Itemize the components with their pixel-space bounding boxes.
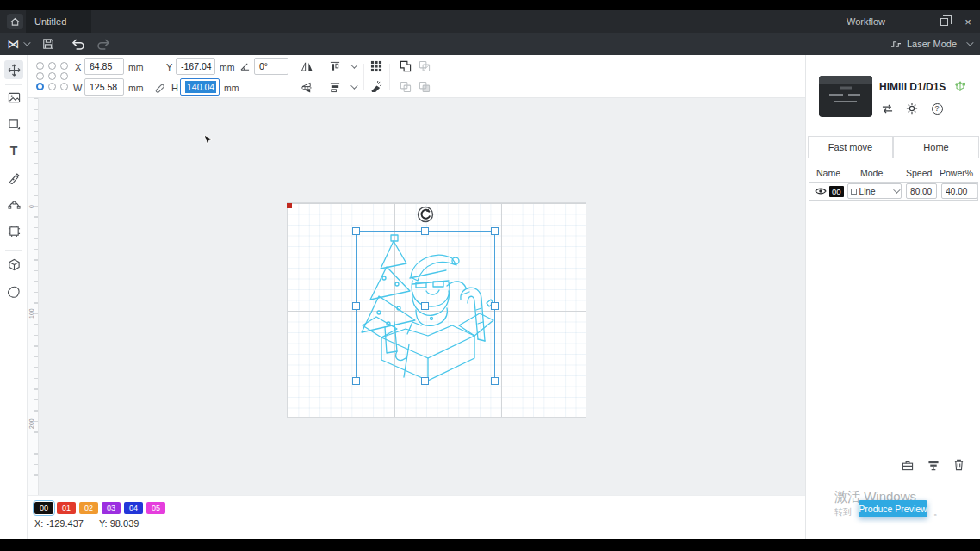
home-button-machine[interactable]: Home — [893, 136, 979, 158]
minimize-button[interactable] — [908, 10, 932, 33]
document-tab[interactable]: Untitled — [26, 10, 91, 33]
redo-button[interactable] — [95, 36, 112, 52]
swatch-03[interactable]: 03 — [102, 502, 121, 514]
device-name: HiMill D1/D1S — [879, 81, 946, 93]
text-tool[interactable]: T — [4, 141, 23, 160]
y-input[interactable]: -167.04 — [176, 58, 215, 75]
boolean-intersect-button[interactable] — [398, 79, 413, 95]
delete-layer-button[interactable] — [953, 459, 964, 474]
menu-bar: ⋈ Laser Mode — [0, 33, 980, 55]
move-tool[interactable] — [4, 60, 23, 79]
anchor-mid-left[interactable] — [36, 72, 44, 80]
anchor-mid-right[interactable] — [60, 72, 68, 80]
workflow-label[interactable]: Workflow — [847, 10, 885, 33]
home-button[interactable] — [7, 14, 23, 29]
device-settings-button[interactable] — [905, 102, 919, 115]
laser-mode-label: Laser Mode — [907, 39, 957, 49]
selection-handle-top-left[interactable] — [352, 227, 360, 235]
anchor-bottom-center[interactable] — [48, 83, 56, 90]
flip-horizontal-button[interactable] — [299, 59, 314, 74]
anchor-point-selector[interactable] — [36, 62, 72, 93]
close-button[interactable]: × — [956, 10, 980, 33]
chevron-down-icon[interactable] — [350, 61, 357, 68]
anchor-top-center[interactable] — [48, 62, 56, 70]
mouse-cursor — [203, 134, 214, 148]
swatch-01[interactable]: 01 — [57, 502, 76, 514]
lock-ratio-link-icon[interactable] — [151, 79, 166, 95]
layer-speed-input[interactable]: 80.00 — [906, 183, 937, 199]
close-icon: × — [964, 15, 971, 28]
pen-tool[interactable] — [4, 168, 23, 187]
cube-3d-tool[interactable] — [4, 255, 23, 274]
canvas-area[interactable]: 0 100 200 — [28, 98, 805, 495]
array-button[interactable] — [369, 59, 384, 74]
layer-mode-select[interactable]: Line — [847, 183, 902, 199]
divider — [363, 64, 364, 90]
undo-icon — [71, 39, 84, 50]
selection-handle-bottom-left[interactable] — [352, 377, 360, 385]
cursor-y-readout: Y: 98.039 — [99, 518, 140, 529]
layer-row[interactable]: 00 Line 80.00 40.00 — [809, 182, 978, 201]
app-menu-button[interactable]: ⋈ — [7, 36, 28, 52]
shape-tool[interactable] — [4, 115, 23, 133]
layer-power-input[interactable]: 40.00 — [941, 183, 977, 199]
selection-handle-mid-left[interactable] — [352, 302, 360, 310]
ruler-tick-label: 200 — [28, 418, 34, 429]
h-input[interactable]: 140.04 — [180, 78, 220, 96]
weld-button[interactable] — [369, 79, 384, 95]
boolean-subtract-button[interactable] — [417, 59, 432, 74]
right-panel: HiMill D1/D1S ? Fast move Home Name Mode… — [805, 55, 980, 539]
flip-vertical-button[interactable] — [299, 79, 314, 95]
boolean-exclude-button[interactable] — [417, 79, 432, 95]
swatch-00[interactable]: 00 — [34, 502, 53, 514]
library-button[interactable] — [902, 459, 914, 474]
divider — [5, 250, 22, 251]
produce-preview-button[interactable]: Produce Preview — [859, 500, 927, 517]
frame-icon — [8, 225, 21, 238]
laser-mode-selector[interactable]: Laser Mode — [890, 33, 971, 55]
rotation-input[interactable]: 0° — [254, 58, 288, 75]
selection-handle-mid-right[interactable] — [491, 302, 499, 310]
swatch-04[interactable]: 04 — [124, 502, 143, 514]
switch-device-button[interactable] — [880, 102, 894, 115]
chevron-down-icon[interactable] — [350, 82, 357, 89]
redo-icon — [97, 39, 110, 50]
anchor-bottom-left[interactable] — [36, 83, 44, 90]
fast-move-button[interactable]: Fast move — [808, 136, 893, 158]
boolean-union-button[interactable] — [398, 59, 413, 74]
toolbox-icon — [902, 460, 914, 471]
rotation-handle[interactable] — [417, 206, 434, 223]
node-edit-tool[interactable] — [4, 195, 23, 214]
divider — [319, 64, 319, 90]
home-icon — [10, 17, 20, 27]
selection-handle-top-right[interactable] — [491, 227, 499, 235]
restore-button[interactable] — [932, 10, 956, 33]
align-horizontal-button[interactable] — [327, 59, 343, 74]
divider — [389, 64, 390, 90]
anchor-mid-center[interactable] — [48, 72, 56, 80]
anchor-top-right[interactable] — [60, 62, 68, 70]
apply-to-all-button[interactable] — [927, 459, 940, 474]
swatch-05[interactable]: 05 — [146, 502, 165, 514]
image-tool[interactable] — [4, 88, 23, 107]
spline-shape-tool[interactable] — [4, 282, 23, 301]
move-icon — [8, 64, 21, 77]
selection-handle-bottom-center[interactable] — [421, 377, 429, 385]
w-input[interactable]: 125.58 — [84, 78, 124, 96]
save-button[interactable] — [40, 36, 57, 52]
device-help-button[interactable]: ? — [930, 102, 944, 115]
chevron-down-icon — [23, 39, 30, 46]
swatch-02[interactable]: 02 — [79, 502, 98, 514]
selection-handle-center[interactable] — [421, 302, 429, 310]
selection-handle-top-center[interactable] — [421, 227, 429, 235]
frame-tool[interactable] — [4, 221, 23, 240]
boolean-intersect-icon — [400, 81, 412, 93]
anchor-bottom-right[interactable] — [60, 83, 68, 90]
x-input[interactable]: 64.85 — [84, 58, 124, 75]
selection-handle-bottom-right[interactable] — [491, 377, 499, 385]
anchor-top-left[interactable] — [36, 62, 44, 70]
undo-button[interactable] — [69, 36, 86, 52]
layer-visibility-toggle[interactable] — [815, 187, 827, 195]
align-vertical-button[interactable] — [327, 79, 343, 95]
gear-icon — [906, 102, 918, 115]
